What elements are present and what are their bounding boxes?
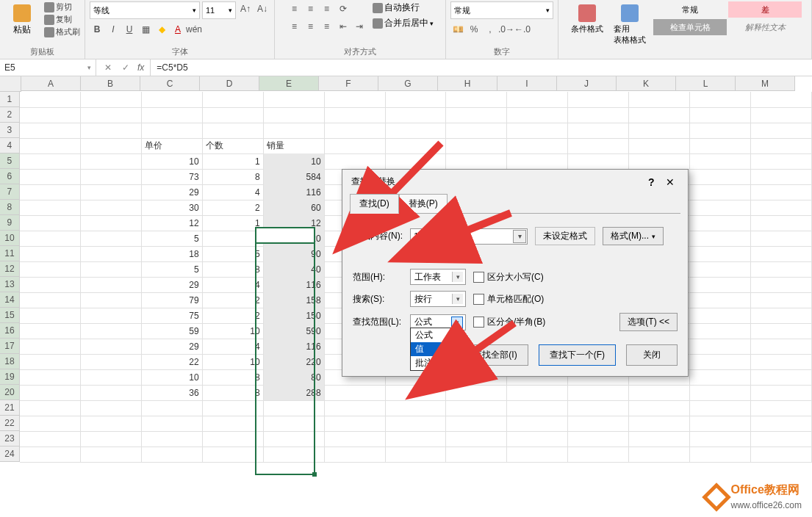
cell[interactable]: 2 <box>203 292 264 308</box>
cell[interactable] <box>751 200 812 216</box>
fill-handle[interactable] <box>312 472 317 477</box>
row-header[interactable]: 22 <box>0 416 20 431</box>
cell[interactable] <box>386 385 447 401</box>
cell[interactable] <box>325 153 386 170</box>
cell[interactable]: 4 <box>203 231 264 247</box>
cell[interactable] <box>690 446 751 463</box>
cell[interactable]: 10 <box>142 153 203 170</box>
cell[interactable] <box>446 123 507 139</box>
cell[interactable] <box>81 354 142 370</box>
row-header[interactable]: 9 <box>0 215 20 231</box>
dropdown-option[interactable]: 公式 <box>411 328 461 342</box>
cell[interactable]: 5 <box>142 261 203 278</box>
cell[interactable] <box>81 92 142 108</box>
find-what-input[interactable]: 116 ▾ <box>410 228 528 245</box>
cell[interactable] <box>325 123 386 139</box>
cell[interactable] <box>629 416 690 432</box>
cell[interactable] <box>81 369 142 386</box>
cell[interactable]: 18 <box>142 246 203 262</box>
cell[interactable] <box>142 446 203 463</box>
cell[interactable] <box>81 184 142 200</box>
cell[interactable] <box>751 354 812 370</box>
cell[interactable] <box>264 446 325 463</box>
match-case-checkbox[interactable]: 区分大小写(C) <box>473 271 544 283</box>
cell-style-normal[interactable]: 常规 <box>653 1 727 18</box>
name-box[interactable]: E5▾ <box>0 59 96 76</box>
cell[interactable]: 8 <box>203 169 264 185</box>
indent-dec-button[interactable]: ⇤ <box>336 19 351 34</box>
cell[interactable] <box>690 261 751 278</box>
cell[interactable] <box>142 107 203 123</box>
cell[interactable] <box>81 323 142 339</box>
cell[interactable] <box>325 431 386 447</box>
cell[interactable] <box>386 431 447 447</box>
cell[interactable] <box>20 215 81 231</box>
fill-color-button[interactable]: ◆ <box>154 22 169 37</box>
cell[interactable] <box>690 184 751 200</box>
cell[interactable]: 4 <box>203 339 264 355</box>
cell[interactable]: 1 <box>203 215 264 231</box>
row-header[interactable]: 14 <box>0 292 20 308</box>
options-button[interactable]: 选项(T) << <box>619 313 678 331</box>
cell[interactable] <box>81 339 142 355</box>
cell[interactable] <box>690 308 751 324</box>
cell[interactable] <box>568 153 629 170</box>
tab-replace[interactable]: 替换(P) <box>399 194 448 214</box>
italic-button[interactable]: I <box>106 22 121 37</box>
cell[interactable]: 2 <box>203 200 264 216</box>
cell[interactable] <box>20 323 81 339</box>
cell[interactable]: 4 <box>203 184 264 200</box>
cell[interactable]: 10 <box>142 369 203 386</box>
cell[interactable] <box>20 292 81 308</box>
column-header-C[interactable]: C <box>140 76 200 91</box>
cell[interactable]: 销量 <box>264 138 325 154</box>
cell[interactable]: 29 <box>142 339 203 355</box>
cell[interactable] <box>507 400 568 416</box>
cell[interactable] <box>20 354 81 370</box>
cell[interactable] <box>446 431 507 447</box>
cell[interactable] <box>20 123 81 139</box>
column-header-M[interactable]: M <box>736 76 795 91</box>
cell[interactable] <box>629 138 690 154</box>
cell[interactable] <box>690 107 751 123</box>
column-header-L[interactable]: L <box>676 76 736 91</box>
cell[interactable] <box>751 231 812 247</box>
cell[interactable] <box>629 92 690 108</box>
cell[interactable]: 12 <box>142 215 203 231</box>
cell[interactable] <box>81 246 142 262</box>
cell[interactable] <box>690 200 751 216</box>
row-header[interactable]: 1 <box>0 92 20 107</box>
cell[interactable] <box>446 107 507 123</box>
dropdown-option[interactable]: 值 <box>411 342 461 356</box>
cell[interactable]: 个数 <box>203 138 264 154</box>
number-format-select[interactable]: 常规▾ <box>450 1 553 19</box>
column-header-F[interactable]: F <box>319 76 378 91</box>
cell[interactable] <box>629 385 690 401</box>
cell[interactable] <box>264 400 325 416</box>
cell[interactable] <box>751 431 812 447</box>
cell[interactable]: 20 <box>264 231 325 247</box>
cell[interactable] <box>446 400 507 416</box>
row-header[interactable]: 23 <box>0 431 20 446</box>
cell[interactable] <box>751 123 812 139</box>
cell[interactable] <box>264 92 325 108</box>
cell[interactable] <box>142 416 203 432</box>
underline-button[interactable]: U <box>122 22 137 37</box>
cell[interactable] <box>81 416 142 432</box>
font-name-select[interactable]: 等线▾ <box>90 1 200 19</box>
cell[interactable]: 5 <box>203 246 264 262</box>
help-button[interactable]: ? <box>644 176 659 188</box>
cell[interactable] <box>690 416 751 432</box>
cell[interactable] <box>386 416 447 432</box>
cell[interactable] <box>386 107 447 123</box>
cell[interactable]: 116 <box>264 184 325 200</box>
row-header[interactable]: 24 <box>0 446 20 462</box>
cell[interactable] <box>20 92 81 108</box>
cell[interactable] <box>20 416 81 432</box>
cell[interactable]: 5 <box>142 231 203 247</box>
cell[interactable]: 10 <box>203 323 264 339</box>
cell[interactable]: 40 <box>264 261 325 278</box>
row-header[interactable]: 8 <box>0 200 20 215</box>
merge-center-button[interactable]: 合并后居中 ▾ <box>373 17 434 29</box>
cell[interactable] <box>507 107 568 123</box>
